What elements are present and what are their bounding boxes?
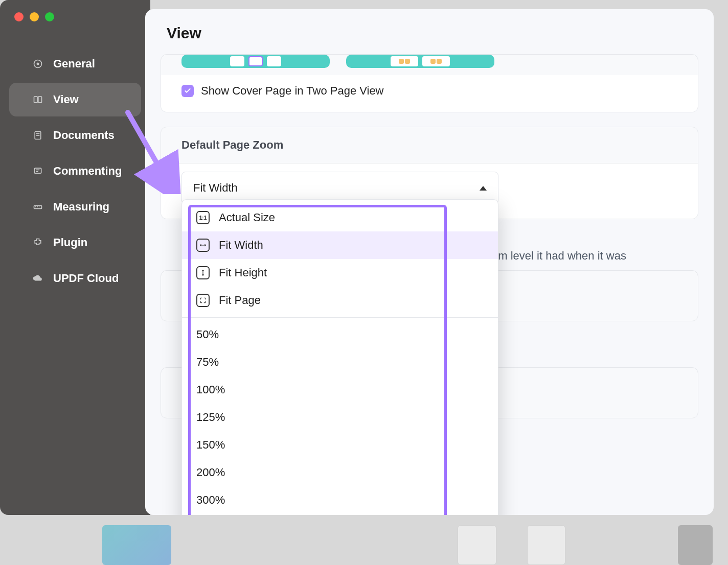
sidebar-item-measuring[interactable]: Measuring (9, 190, 141, 224)
chevron-up-icon (480, 186, 487, 191)
zoom-option-fit-height[interactable]: Fit Height (182, 259, 498, 287)
actual-size-icon: 1:1 (196, 211, 210, 224)
sidebar-item-documents[interactable]: Documents (9, 119, 141, 152)
window-controls (0, 12, 150, 21)
two-page-preview[interactable] (346, 55, 494, 68)
page-view-previews (161, 55, 698, 75)
zoom-option-500[interactable]: 500% (182, 514, 498, 515)
svg-point-1 (37, 63, 39, 65)
single-page-preview[interactable] (181, 55, 330, 68)
zoom-section-header: Default Page Zoom (161, 127, 698, 163)
cover-page-option: Show Cover Page in Two Page View (161, 75, 698, 112)
sidebar-item-label: Measuring (53, 200, 109, 214)
sidebar-item-label: UPDF Cloud (53, 272, 119, 285)
settings-sidebar: General View Documents Commenting Measur… (0, 0, 150, 515)
cover-page-label: Show Cover Page in Two Page View (201, 84, 384, 98)
page-view-section: Show Cover Page in Two Page View (161, 54, 698, 112)
view-icon (32, 93, 44, 106)
zoom-dropdown: 1:1 Actual Size Fit Width Fit Height Fit… (181, 199, 498, 515)
default-zoom-section: Default Page Zoom Fit Width 1:1 Actual S… (161, 127, 698, 219)
panel-title: View (145, 25, 714, 54)
svg-rect-7 (34, 168, 41, 173)
cloud-icon (32, 272, 44, 285)
partial-hidden-text: om level it had when it was (492, 249, 626, 263)
zoom-option-fit-width[interactable]: Fit Width (182, 231, 498, 259)
ruler-icon (32, 201, 44, 213)
sidebar-item-view[interactable]: View (9, 83, 141, 116)
zoom-option-150[interactable]: 150% (182, 431, 498, 459)
gear-icon (32, 58, 44, 70)
zoom-option-300[interactable]: 300% (182, 486, 498, 514)
zoom-select-value: Fit Width (193, 181, 238, 195)
svg-rect-3 (38, 97, 42, 103)
minimize-window-button[interactable] (30, 12, 39, 21)
sidebar-item-label: Documents (53, 129, 115, 142)
zoom-option-75[interactable]: 75% (182, 348, 498, 376)
document-icon (32, 129, 44, 142)
sidebar-item-general[interactable]: General (9, 47, 141, 81)
fit-width-icon (196, 239, 210, 252)
sidebar-item-label: General (53, 57, 95, 70)
zoom-option-100[interactable]: 100% (182, 376, 498, 404)
plugin-icon (32, 237, 44, 249)
zoom-option-200[interactable]: 200% (182, 459, 498, 486)
comment-icon (32, 165, 44, 177)
sidebar-item-plugin[interactable]: Plugin (9, 226, 141, 260)
zoom-option-50[interactable]: 50% (182, 321, 498, 348)
fit-page-icon (196, 294, 210, 307)
sidebar-item-updf-cloud[interactable]: UPDF Cloud (9, 262, 141, 295)
zoom-option-actual-size[interactable]: 1:1 Actual Size (182, 204, 498, 231)
svg-rect-10 (34, 206, 42, 209)
zoom-select-wrap: Fit Width 1:1 Actual Size Fit Width (181, 172, 677, 204)
maximize-window-button[interactable] (45, 12, 54, 21)
close-window-button[interactable] (14, 12, 24, 21)
sidebar-item-label: Plugin (53, 236, 87, 249)
dropdown-separator (182, 317, 498, 318)
settings-panel: View Show Cover Page in Two Page View De… (145, 9, 714, 515)
zoom-option-fit-page[interactable]: Fit Page (182, 287, 498, 314)
sidebar-item-commenting[interactable]: Commenting (9, 154, 141, 188)
sidebar-item-label: Commenting (53, 164, 122, 178)
sidebar-item-label: View (53, 93, 79, 106)
cover-page-checkbox[interactable] (181, 85, 194, 97)
fit-height-icon (196, 266, 210, 279)
zoom-option-125[interactable]: 125% (182, 404, 498, 431)
svg-rect-2 (34, 97, 38, 103)
